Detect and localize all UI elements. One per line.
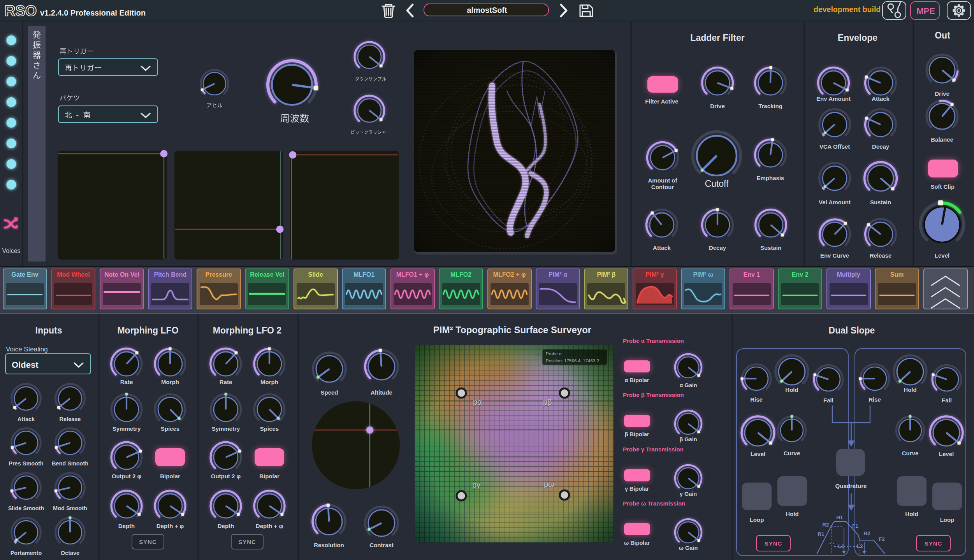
svg-text:RSO: RSO [5,3,37,19]
